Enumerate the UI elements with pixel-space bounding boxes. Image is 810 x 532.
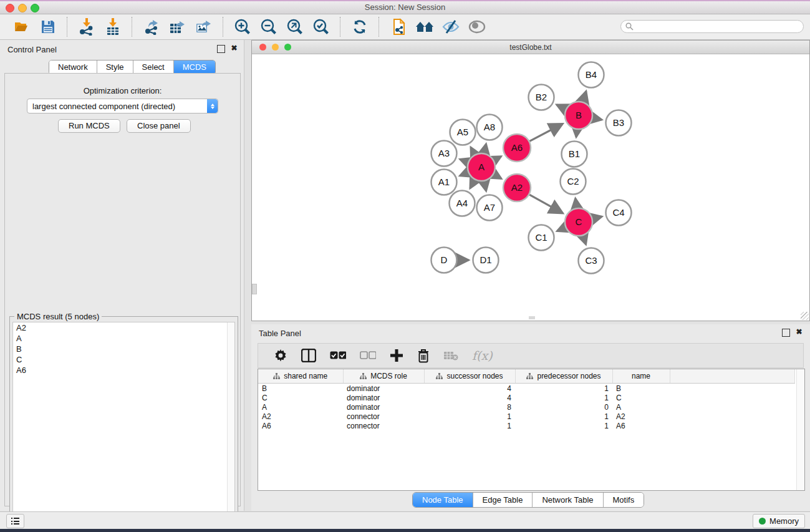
node-A2[interactable]: A2 (503, 174, 531, 201)
gear-icon[interactable] (274, 349, 287, 362)
mcds-result-item[interactable]: A2 (13, 322, 234, 333)
delete-icon[interactable] (417, 349, 430, 363)
edge-C-C1[interactable] (557, 228, 565, 231)
memory-button[interactable]: Memory (753, 514, 805, 528)
edge-A-A7[interactable] (485, 181, 486, 191)
table-row[interactable]: Adominator80A (258, 402, 794, 412)
node-A7[interactable]: A7 (477, 195, 503, 221)
column-header[interactable]: MCDS role (343, 369, 424, 384)
export-image-icon[interactable] (195, 17, 213, 36)
node-C3[interactable]: C3 (579, 248, 604, 274)
network-window-titlebar[interactable]: testGlobe.txt (252, 41, 809, 54)
close-table-panel-icon[interactable]: ✖ (796, 329, 803, 336)
tab-mcds[interactable]: MCDS (174, 60, 215, 74)
edge-A-A5[interactable] (471, 147, 475, 154)
table-row[interactable]: A2connector11A2 (258, 412, 794, 421)
node-A5[interactable]: A5 (450, 120, 476, 145)
columns-icon[interactable] (301, 349, 316, 362)
export-network-icon[interactable] (142, 17, 161, 36)
float-table-panel-icon[interactable] (782, 329, 790, 337)
network-document-icon[interactable] (389, 17, 408, 36)
save-icon[interactable] (39, 17, 57, 36)
close-panel-icon[interactable]: ✖ (231, 45, 238, 52)
node-table[interactable]: shared nameMCDS rolesuccessor nodesprede… (258, 369, 805, 491)
edge-A-A1[interactable] (460, 173, 468, 176)
open-folder-icon[interactable] (12, 17, 31, 36)
zoom-fit-icon[interactable] (286, 17, 304, 36)
edge-C-C4[interactable] (592, 216, 602, 218)
node-C2[interactable]: C2 (561, 169, 586, 195)
node-D[interactable]: D (432, 248, 457, 273)
mcds-result-list[interactable]: A2ABCA6 (12, 322, 235, 530)
list-scrollbar[interactable] (227, 322, 234, 529)
edge-B-B2[interactable] (557, 105, 566, 109)
table-scrollbar[interactable] (796, 369, 804, 490)
node-B2[interactable]: B2 (529, 85, 554, 110)
column-header[interactable]: name (612, 369, 670, 384)
optimization-criterion-select[interactable]: largest connected component (directed) (27, 99, 218, 114)
node-C4[interactable]: C4 (606, 200, 632, 226)
table-row[interactable]: Bdominator41B (258, 384, 794, 394)
search-input[interactable] (636, 22, 803, 32)
node-B1[interactable]: B1 (562, 142, 587, 167)
network-canvas[interactable]: B4B2BB3A5A8A6A3B1AA1C2A2A4A7C4CC1DD1C3 (252, 54, 809, 321)
column-header[interactable]: successor nodes (424, 369, 515, 384)
node-A[interactable]: A (468, 153, 495, 181)
tab-node-table[interactable]: Node Table (413, 493, 473, 507)
export-table-icon[interactable] (168, 17, 187, 36)
node-A3[interactable]: A3 (432, 141, 457, 167)
network-vertical-scrollbar[interactable] (252, 284, 257, 294)
home-icon[interactable] (415, 17, 434, 36)
mcds-result-item[interactable]: A6 (13, 365, 234, 375)
node-A6[interactable]: A6 (503, 134, 531, 162)
edge-A-A4[interactable] (470, 180, 475, 188)
edge-A-A2[interactable] (494, 175, 501, 179)
resize-grip-icon[interactable] (801, 312, 809, 320)
import-network-icon[interactable] (77, 17, 96, 36)
eye-icon[interactable] (468, 17, 486, 36)
add-icon[interactable] (390, 349, 403, 362)
edge-B-B1[interactable] (576, 130, 577, 137)
mcds-result-item[interactable]: B (13, 344, 234, 354)
zoom-out-icon[interactable] (259, 17, 278, 36)
edge-A6-B[interactable] (529, 123, 562, 141)
table-row[interactable]: A6connector11A6 (258, 421, 794, 430)
table-row[interactable]: Cdominator41C (258, 393, 794, 402)
import-table-icon[interactable] (104, 17, 122, 36)
edge-A-A8[interactable] (485, 144, 486, 153)
node-A4[interactable]: A4 (450, 191, 475, 216)
node-B3[interactable]: B3 (606, 110, 632, 136)
search-field[interactable] (620, 20, 804, 33)
select-all-icon[interactable] (330, 351, 346, 360)
tab-network[interactable]: Network (49, 60, 97, 74)
node-A1[interactable]: A1 (432, 170, 457, 195)
node-C[interactable]: C (565, 208, 592, 236)
run-mcds-button[interactable]: Run MCDS (58, 119, 120, 133)
close-panel-button[interactable]: Close panel (127, 119, 191, 133)
edge-A-A6[interactable] (494, 157, 501, 160)
tab-edge-table[interactable]: Edge Table (473, 493, 533, 507)
mcds-result-item[interactable]: C (13, 354, 234, 365)
float-panel-icon[interactable] (217, 45, 225, 53)
node-C1[interactable]: C1 (529, 225, 554, 251)
deselect-all-icon[interactable] (360, 351, 376, 360)
edge-A-A3[interactable] (460, 159, 468, 162)
node-B4[interactable]: B4 (579, 62, 604, 88)
edge-B-B4[interactable] (583, 91, 586, 102)
edge-A2-C[interactable] (529, 195, 563, 213)
refresh-icon[interactable] (350, 17, 369, 36)
node-A8[interactable]: A8 (477, 115, 503, 140)
node-D1[interactable]: D1 (473, 248, 499, 273)
zoom-in-icon[interactable] (233, 17, 252, 36)
tab-style[interactable]: Style (97, 60, 133, 74)
task-history-button[interactable] (6, 514, 24, 528)
column-header[interactable]: predecessor nodes (515, 369, 612, 384)
edge-C-C2[interactable] (576, 198, 577, 208)
mcds-result-item[interactable]: A (13, 333, 234, 344)
edge-C-C3[interactable] (583, 236, 586, 244)
zoom-selected-icon[interactable] (312, 17, 330, 36)
hide-eye-icon[interactable] (441, 17, 460, 36)
tab-network-table[interactable]: Network Table (533, 493, 603, 507)
node-B[interactable]: B (565, 102, 592, 129)
edge-B-B3[interactable] (593, 118, 602, 120)
